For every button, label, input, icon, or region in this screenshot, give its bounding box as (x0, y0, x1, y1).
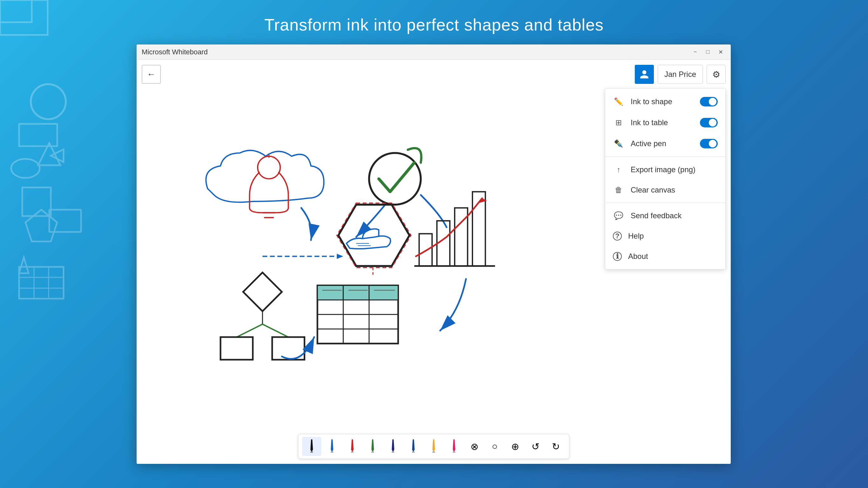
send-feedback-icon: 💬 (613, 211, 624, 220)
menu-item-export[interactable]: ↑ Export image (png) (605, 159, 725, 180)
user-name-button[interactable]: Jan Price (658, 65, 703, 84)
svg-rect-58 (419, 234, 432, 266)
svg-rect-47 (317, 285, 343, 300)
user-avatar[interactable] (635, 65, 654, 84)
menu-item-ink-to-shape[interactable]: ✏️ Ink to shape (605, 91, 725, 112)
table-sketch (317, 285, 398, 343)
send-feedback-label: Send feedback (631, 211, 718, 220)
svg-rect-65 (331, 452, 333, 453)
checkmark-circle (369, 148, 421, 205)
svg-point-3 (11, 159, 40, 178)
svg-line-43 (262, 324, 288, 337)
svg-rect-68 (392, 452, 394, 453)
title-bar: Microsoft Whiteboard − □ ✕ (136, 44, 731, 60)
svg-rect-4 (22, 187, 51, 216)
bottom-toolbar: ⊗ ○ ⊕ ↺ ↻ (298, 434, 569, 459)
svg-rect-69 (412, 452, 414, 453)
menu-item-help[interactable]: ? Help (605, 226, 725, 246)
minimize-button[interactable]: − (690, 48, 700, 56)
svg-marker-8 (51, 149, 64, 162)
window-controls: − □ ✕ (690, 48, 726, 56)
pen-darkblue-button[interactable] (383, 437, 403, 456)
svg-rect-7 (49, 210, 81, 232)
svg-marker-5 (25, 210, 57, 241)
svg-point-32 (369, 153, 421, 205)
pen-pink-button[interactable] (444, 437, 464, 456)
dropdown-menu: ✏️ Ink to shape ⊞ Ink to table ✒️ Active… (605, 88, 726, 269)
bar-chart (414, 191, 495, 266)
ink-to-table-label: Ink to table (631, 118, 693, 127)
svg-rect-67 (371, 452, 374, 453)
svg-rect-49 (369, 285, 398, 300)
svg-marker-39 (337, 254, 343, 259)
ink-to-table-icon: ⊞ (613, 118, 624, 127)
active-pen-toggle[interactable] (700, 139, 718, 148)
diamond-flowchart (220, 273, 304, 360)
menu-item-active-pen[interactable]: ✒️ Active pen (605, 133, 725, 154)
menu-item-about[interactable]: ℹ About (605, 246, 725, 267)
menu-divider-2 (605, 203, 725, 203)
about-icon: ℹ (613, 252, 622, 261)
back-button[interactable]: ← (142, 65, 161, 84)
svg-marker-6 (19, 257, 29, 273)
clear-canvas-label: Clear canvas (631, 186, 718, 194)
undo-button[interactable]: ↺ (526, 437, 545, 456)
main-window: Microsoft Whiteboard − □ ✕ ← Jan Price ⚙ (136, 44, 731, 464)
top-toolbar: ← Jan Price ⚙ (142, 65, 726, 84)
content-area: ← Jan Price ⚙ (136, 60, 731, 464)
hexagon-shoe (337, 203, 411, 276)
svg-rect-9 (19, 267, 64, 299)
redo-button[interactable]: ↻ (546, 437, 565, 456)
export-label: Export image (png) (631, 165, 718, 174)
svg-rect-71 (453, 452, 455, 453)
menu-item-clear-canvas[interactable]: 🗑 Clear canvas (605, 180, 725, 200)
svg-marker-36 (337, 203, 411, 268)
lasso-button[interactable]: ○ (485, 437, 504, 456)
svg-rect-44 (220, 337, 253, 360)
shapes-button[interactable]: ⊕ (505, 437, 525, 456)
pen-blue-button[interactable] (322, 437, 342, 456)
menu-divider-1 (605, 157, 725, 157)
active-pen-icon: ✒️ (613, 139, 624, 148)
help-label: Help (628, 232, 718, 241)
svg-point-0 (31, 84, 66, 119)
svg-rect-48 (343, 285, 369, 300)
eraser-button[interactable]: ⊗ (465, 437, 484, 456)
ink-to-shape-label: Ink to shape (631, 97, 693, 106)
about-label: About (628, 252, 718, 261)
pen-navy-button[interactable] (404, 437, 423, 456)
svg-rect-60 (455, 208, 468, 266)
svg-rect-1 (19, 124, 57, 146)
svg-line-42 (237, 324, 262, 337)
cloud-lightbulb-sketch (206, 150, 324, 240)
svg-point-28 (258, 156, 280, 179)
page-title: Transform ink into perfect shapes and ta… (0, 0, 868, 34)
window-title: Microsoft Whiteboard (142, 48, 690, 56)
svg-rect-64 (310, 452, 313, 453)
svg-marker-40 (243, 273, 282, 311)
maximize-button[interactable]: □ (703, 48, 713, 56)
svg-rect-66 (351, 452, 353, 453)
close-button[interactable]: ✕ (715, 48, 726, 56)
pen-red-button[interactable] (343, 437, 362, 456)
ink-to-shape-toggle[interactable] (700, 97, 718, 106)
toolbar-right: Jan Price ⚙ (635, 65, 726, 84)
pen-black-button[interactable] (302, 437, 321, 456)
svg-marker-2 (38, 143, 60, 165)
settings-button[interactable]: ⚙ (707, 65, 726, 84)
ink-to-table-toggle[interactable] (700, 118, 718, 127)
menu-item-ink-to-table[interactable]: ⊞ Ink to table (605, 112, 725, 133)
menu-item-send-feedback[interactable]: 💬 Send feedback (605, 206, 725, 226)
pen-yellow-button[interactable] (424, 437, 443, 456)
ink-to-shape-icon: ✏️ (613, 97, 624, 106)
svg-marker-33 (338, 205, 409, 266)
pen-green-button[interactable] (363, 437, 382, 456)
help-icon: ? (613, 232, 622, 241)
active-pen-label: Active pen (631, 139, 693, 148)
clear-canvas-icon: 🗑 (613, 186, 624, 194)
export-icon: ↑ (613, 165, 624, 174)
svg-rect-70 (432, 452, 435, 453)
